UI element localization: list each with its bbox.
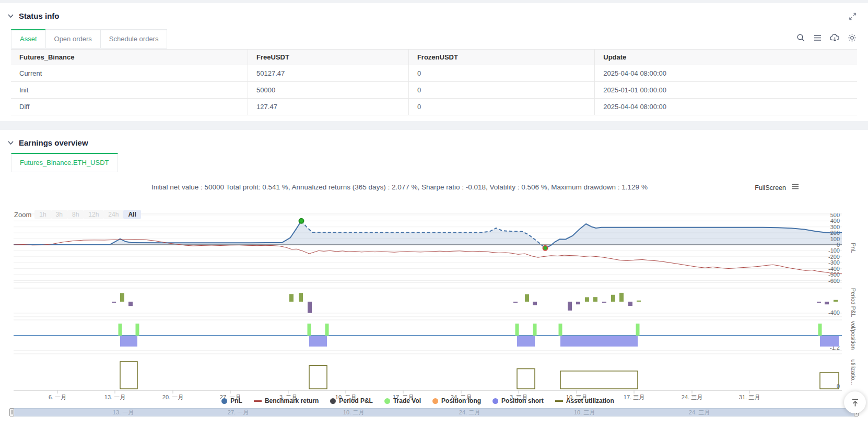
zoom-button-3h[interactable]: 3h (51, 210, 67, 219)
status-info-title: Status info (19, 11, 60, 20)
svg-text:-600: -600 (828, 278, 840, 284)
chevron-down-icon[interactable] (7, 13, 14, 19)
diff-free: 127.47 (248, 99, 409, 115)
chevron-down-icon[interactable] (7, 139, 14, 146)
navigator-date-label: 10. 三月 (574, 409, 595, 416)
earnings-title: Earnings overview (19, 138, 88, 147)
col-frozenusdt: FrozenUSDT (408, 50, 594, 65)
status-info-panel: Status info Asset Open orders Schedule o… (0, 3, 868, 121)
legend-label: Asset utilization (566, 397, 614, 404)
fullscreen-control[interactable]: FullScreen (755, 183, 799, 192)
zoom-label: Zoom (14, 211, 31, 219)
cloud-download-icon[interactable] (830, 33, 840, 42)
legend-marker-icon (330, 398, 336, 404)
tab-open-orders[interactable]: Open orders (45, 29, 101, 49)
navigator-date-label: 27. 一月 (228, 409, 249, 416)
zoom-button-8h[interactable]: 8h (67, 210, 84, 219)
zoom-button-1h[interactable]: 1h (34, 210, 51, 219)
init-label: Init (11, 82, 248, 99)
svg-text:vol/position: vol/position (850, 321, 857, 350)
zoom-buttons: 1h3h8h12h24hAll (34, 210, 140, 219)
tab-futures-binance-eth-usdt[interactable]: Futures_Binance.ETH_USDT (11, 153, 118, 172)
screen: Status info Asset Open orders Schedule o… (0, 0, 868, 441)
legend-label: Benchmark return (265, 397, 319, 404)
chart-zoom-controls: Zoom 1h3h8h12h24hAll (14, 210, 141, 219)
init-free: 50000 (248, 82, 409, 99)
col-futures-binance: Futures_Binance (11, 50, 248, 65)
legend-marker-icon (432, 398, 438, 404)
fullscreen-label[interactable]: FullScreen (755, 184, 786, 192)
earnings-chart[interactable]: 5004003002001000-100-200-300-400-500-600… (0, 213, 868, 402)
earnings-tabs: Futures_Binance.ETH_USDT (11, 153, 118, 172)
legend-marker-icon (555, 400, 563, 402)
navigator-date-label: 24. 三月 (689, 409, 710, 416)
chart-context-menu-icon[interactable] (791, 183, 799, 192)
gear-icon[interactable] (848, 33, 857, 42)
diff-frozen: 0 (408, 99, 594, 115)
init-update: 2025-01-01 00:00:00 (595, 82, 857, 99)
legend-marker-icon (221, 398, 227, 404)
diff-update: 2025-04-04 08:00:00 (595, 99, 857, 115)
current-link[interactable]: Current (11, 65, 248, 82)
chart-navigator[interactable]: 13. 一月27. 一月10. 二月24. 二月10. 三月24. 三月 (11, 408, 857, 416)
expand-icon[interactable] (849, 13, 857, 20)
init-frozen: 0 (408, 82, 594, 99)
table-toolbar (796, 33, 857, 42)
diff-label: Diff (11, 99, 248, 115)
table-header-row: Futures_Binance FreeUSDT FrozenUSDT Upda… (11, 50, 857, 65)
back-to-top-button[interactable] (844, 391, 866, 413)
navigator-date-label: 13. 一月 (113, 409, 134, 416)
svg-text:-400: -400 (828, 309, 840, 316)
search-icon[interactable] (796, 33, 805, 42)
menu-icon[interactable] (813, 33, 822, 42)
zoom-button-24h[interactable]: 24h (103, 210, 123, 219)
svg-text:-500: -500 (828, 271, 840, 278)
legend-item-trade-vol[interactable]: Trade Vol (384, 397, 421, 404)
svg-text:400: 400 (830, 218, 840, 224)
legend-marker-icon (492, 398, 498, 404)
svg-text:-100: -100 (828, 247, 840, 254)
svg-text:-300: -300 (828, 259, 840, 266)
col-update: Update (595, 50, 857, 65)
col-freeusdt: FreeUSDT (248, 50, 409, 65)
svg-text:-200: -200 (828, 254, 840, 260)
earnings-panel: Earnings overview Futures_Binance.ETH_US… (0, 130, 868, 441)
legend-item-asset-utilization[interactable]: Asset utilization (555, 397, 614, 404)
svg-text:300: 300 (830, 224, 840, 230)
legend-label: PnL (230, 397, 242, 404)
legend-item-position-long[interactable]: Position long (432, 397, 481, 404)
navigator-date-label: 10. 二月 (343, 409, 364, 416)
svg-text:-400: -400 (828, 266, 840, 272)
legend-item-period-p-l[interactable]: Period P&L (330, 397, 373, 404)
status-tabs: Asset Open orders Schedule orders (11, 29, 167, 49)
earnings-header: Earnings overview (7, 138, 88, 147)
tab-schedule-orders[interactable]: Schedule orders (100, 29, 168, 49)
legend-marker-icon (254, 400, 262, 402)
chart-legend: PnLBenchmark returnPeriod P&LTrade VolPo… (0, 397, 836, 404)
legend-label: Position long (441, 397, 481, 404)
zoom-button-12h[interactable]: 12h (84, 210, 103, 219)
zoom-button-all[interactable]: All (123, 210, 140, 219)
svg-text:utilizatio...: utilizatio... (850, 360, 857, 385)
legend-label: Period P&L (339, 397, 373, 404)
legend-item-benchmark-return[interactable]: Benchmark return (254, 397, 319, 404)
current-free: 50127.47 (248, 65, 409, 82)
current-frozen: 0 (408, 65, 594, 82)
navigator-handle-left[interactable] (9, 408, 14, 416)
table-row-current: Current 50127.47 0 2025-04-04 08:00:00 (11, 65, 857, 82)
svg-text:PnL: PnL (850, 243, 857, 253)
legend-label: Position short (501, 397, 544, 404)
svg-text:0: 0 (837, 383, 840, 389)
legend-label: Trade Vol (393, 397, 421, 404)
navigator-date-label: 24. 二月 (459, 409, 480, 416)
table-row-init: Init 50000 0 2025-01-01 00:00:00 (11, 82, 857, 99)
table-row-diff: Diff 127.47 0 2025-04-04 08:00:00 (11, 99, 857, 115)
legend-item-pnl[interactable]: PnL (221, 397, 242, 404)
legend-item-position-short[interactable]: Position short (492, 397, 544, 404)
tab-asset[interactable]: Asset (11, 29, 46, 49)
chart-stats-subtitle: Initial net value : 50000 Total profit: … (0, 183, 799, 191)
svg-text:Period P&L: Period P&L (850, 288, 857, 317)
status-info-header: Status info (7, 11, 60, 20)
asset-table: Futures_Binance FreeUSDT FrozenUSDT Upda… (11, 49, 857, 115)
current-update: 2025-04-04 08:00:00 (595, 65, 857, 82)
